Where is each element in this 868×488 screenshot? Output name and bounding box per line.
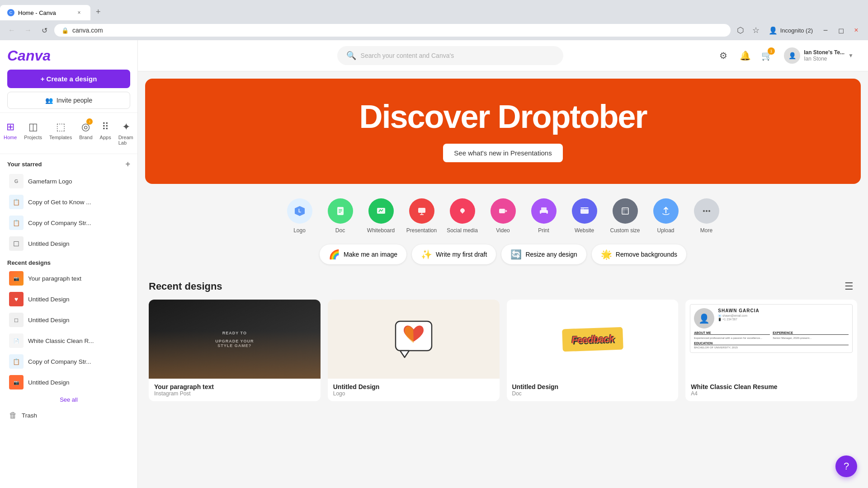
recent-item-copy-company2-label: Copy of Company Str... (28, 358, 128, 365)
url-bar[interactable]: 🔒 canva.com (54, 24, 731, 37)
hero-cta-button[interactable]: See what's new in Presentations (443, 144, 562, 162)
design-card-feedback[interactable]: Feedback Untitled Design Doc (507, 300, 679, 401)
nav-reload-button[interactable]: ↺ (38, 24, 51, 37)
sidebar-item-home[interactable]: ⊞ Home (0, 117, 20, 150)
design-thumb-feedback: Feedback (507, 300, 679, 379)
create-design-button[interactable]: + Create a design (7, 70, 130, 88)
starred-item-copy-get-to-know[interactable]: 📋 Copy of Get to Know ... (2, 192, 136, 212)
minimize-button[interactable]: − (819, 24, 832, 37)
svg-point-17 (581, 208, 582, 209)
recent-item-untitled3[interactable]: 📷 Untitled Design (2, 372, 136, 392)
quick-action-website[interactable]: Website (569, 198, 600, 234)
design-thumb-resume: 👤 SHAWN GARCIA 📧 shawn@email.com 📱 +1 23… (685, 300, 857, 379)
quick-actions: L Logo Doc Whiteboard Presenta (138, 191, 868, 241)
settings-button[interactable]: ⚙ (715, 47, 731, 64)
invite-people-button[interactable]: 👥 Invite people (7, 92, 130, 109)
extensions-button[interactable]: ⬡ (734, 24, 747, 37)
new-tab-button[interactable]: + (92, 4, 104, 20)
search-icon: 🔍 (346, 51, 356, 61)
quick-action-more[interactable]: More (691, 198, 722, 234)
design-name-paragraph: Your paragraph text (154, 383, 315, 390)
svg-rect-12 (541, 207, 547, 211)
nav-forward-button[interactable]: → (22, 24, 34, 37)
add-starred-button[interactable]: + (125, 160, 130, 169)
quick-action-social-media[interactable]: Social media (447, 198, 478, 234)
recent-item-untitled1[interactable]: ♥ Untitled Design (2, 289, 136, 309)
ai-write-draft-button[interactable]: ✨ Write my first draft (412, 244, 496, 264)
ai-resize-design-button[interactable]: 🔄 Resize any design (501, 244, 586, 264)
svg-marker-11 (505, 210, 507, 212)
make-image-icon: 🌈 (329, 249, 340, 260)
active-tab[interactable]: C Home - Canva × (0, 5, 90, 20)
quick-action-video[interactable]: Video (487, 198, 519, 234)
recent-item-copy-company2[interactable]: 📋 Copy of Company Str... (2, 352, 136, 371)
sidebar-item-dreamlab[interactable]: ✦ Dream Lab (115, 117, 137, 150)
close-button[interactable]: × (850, 24, 863, 37)
quick-action-video-label: Video (496, 227, 509, 234)
design-type-paragraph: Instagram Post (154, 390, 315, 397)
design-card-heart[interactable]: Untitled Design Logo (328, 300, 500, 401)
svg-text:L: L (298, 208, 301, 213)
profile-area[interactable]: 👤 Ian Stone's Te... Ian Stone ▼ (780, 46, 857, 66)
quick-action-upload[interactable]: Upload (650, 198, 682, 234)
social-media-icon (450, 198, 475, 224)
profile-chevron-icon: ▼ (848, 52, 854, 59)
sidebar-item-projects[interactable]: ◫ Projects (20, 117, 46, 150)
search-bar[interactable]: 🔍 Search your content and Canva's (337, 46, 563, 65)
ai-remove-bg-button[interactable]: 🌟 Remove backgrounds (592, 244, 686, 264)
sidebar-nav: ⊞ Home ◫ Projects ⬚ Templates ◎ ! Brand … (0, 113, 137, 154)
help-fab-button[interactable]: ? (835, 455, 857, 477)
quick-action-print[interactable]: Print (528, 198, 560, 234)
see-all-button[interactable]: See all (0, 393, 137, 407)
trash-label: Trash (22, 412, 37, 419)
svg-marker-26 (400, 351, 409, 357)
browser-profile-label: Incognito (2) (780, 27, 813, 34)
recent-designs-title: Recent designs (149, 281, 222, 292)
trash-icon: 🗑 (9, 411, 17, 420)
bookmark-button[interactable]: ☆ (750, 24, 762, 37)
starred-item-untitled[interactable]: □ Untitled Design (2, 234, 136, 253)
sidebar-item-brand[interactable]: ◎ ! Brand (75, 117, 96, 150)
recent-item-untitled2[interactable]: □ Untitled Design (2, 310, 136, 330)
custom-size-icon (613, 198, 638, 224)
quick-action-print-label: Print (538, 227, 549, 234)
design-info-heart: Untitled Design Logo (328, 379, 500, 401)
quick-action-logo[interactable]: L Logo (284, 198, 316, 234)
tab-title: Home - Canva (18, 9, 56, 16)
quick-action-logo-label: Logo (293, 227, 306, 234)
starred-item-copy-company[interactable]: 📋 Copy of Company Str... (2, 213, 136, 233)
maximize-button[interactable]: ◻ (835, 24, 847, 37)
design-card-paragraph[interactable]: READY TO UPGRADE YOUR STYLE GAME? Your p… (149, 300, 321, 401)
quick-action-doc[interactable]: Doc (325, 198, 356, 234)
nav-extras: ⬡ ☆ 👤 Incognito (2) − ◻ × (734, 24, 863, 37)
nav-back-button[interactable]: ← (5, 24, 18, 37)
design-type-heart: Logo (333, 390, 494, 397)
recent-item-paragraph[interactable]: 📷 Your paragraph text (2, 268, 136, 288)
sidebar-item-apps[interactable]: ⠿ Apps (96, 117, 115, 150)
recent-designs-header: Recent designs ☰ (138, 272, 868, 300)
trash-item[interactable]: 🗑 Trash (2, 407, 136, 424)
quick-action-presentation[interactable]: Presentation (406, 198, 438, 234)
quick-action-website-label: Website (575, 227, 594, 234)
ai-write-draft-label: Write my first draft (436, 251, 487, 258)
view-toggle-button[interactable]: ☰ (841, 279, 857, 294)
quick-action-whiteboard[interactable]: Whiteboard (365, 198, 397, 234)
notifications-button[interactable]: 🔔 (737, 47, 753, 64)
design-card-resume[interactable]: 👤 SHAWN GARCIA 📧 shawn@email.com 📱 +1 23… (685, 300, 857, 401)
profile-avatar: 👤 (784, 47, 800, 64)
sidebar-item-projects-label: Projects (24, 135, 42, 140)
sidebar-item-home-label: Home (4, 135, 17, 140)
browser-profile-button[interactable]: 👤 Incognito (2) (765, 24, 816, 37)
ai-make-image-button[interactable]: 🌈 Make me an image (320, 244, 406, 264)
quick-action-custom-size[interactable]: Custom size (609, 198, 641, 234)
logo-icon: L (287, 198, 312, 224)
starred-item-gamefarm[interactable]: G Gamefarm Logo (2, 171, 136, 191)
tab-close-button[interactable]: × (75, 9, 83, 17)
recent-item-white-classic[interactable]: 📄 White Classic Clean R... (2, 331, 136, 351)
templates-icon: ⬚ (56, 121, 66, 133)
sidebar-item-templates[interactable]: ⬚ Templates (46, 117, 75, 150)
sidebar-item-brand-label: Brand (79, 135, 92, 140)
doc-icon (328, 198, 353, 224)
svg-rect-5 (339, 212, 341, 213)
resize-design-icon: 🔄 (510, 249, 522, 260)
